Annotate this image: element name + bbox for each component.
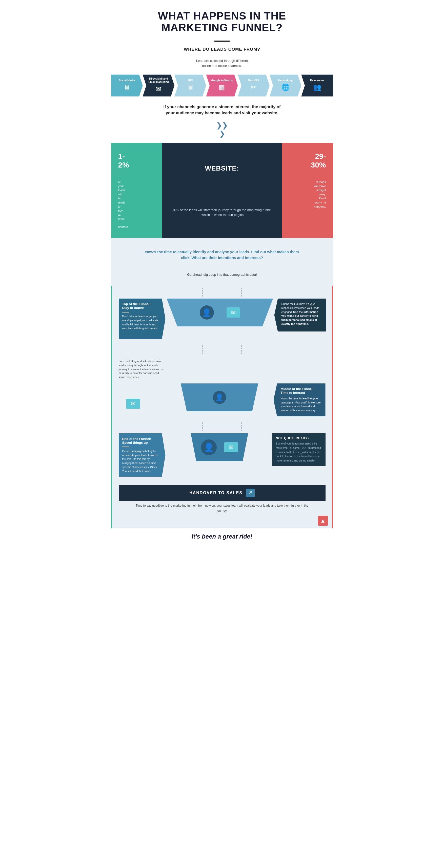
channel-direct-mail: Direct Mail and Email Marketing ✉ [143, 74, 174, 96]
funnel-section: Top of the Funnel: Stay in touch! Don't … [111, 286, 333, 528]
website-desc: 70% of the leads will start their journe… [167, 192, 277, 234]
dot-line-6 [241, 423, 241, 431]
email-icon-3: ✉ [224, 442, 238, 453]
hubspot-badge-wrapper: ▲ [111, 516, 333, 528]
bottom-funnel-left-box: End of the Funnel: Speed things up Creat… [119, 433, 166, 477]
top-funnel-right-box: During their journey, it's your responsi… [274, 299, 326, 332]
channel-references: References 👥 [301, 74, 333, 96]
funnel-right-col-1: During their journey, it's your responsi… [273, 299, 326, 341]
handover-sub: Time to say goodbye to the marketing fun… [111, 501, 333, 516]
website-center: WEBSITE: 70% of the leads will start the… [162, 143, 282, 238]
adwords-icon: ▦ [219, 83, 225, 91]
main-title: WHAT HAPPENS IN THE MARKETING FUNNEL? [111, 0, 333, 36]
website-right: 29-30% of leads will leave straight away… [282, 143, 333, 238]
left-percent-desc: of your leads will be ready to buy at on… [115, 175, 125, 234]
handover-row: HANDOVER TO SALES ↺ [119, 485, 326, 501]
handover-icon: ↺ [246, 489, 255, 497]
handover-label: HANDOVER TO SALES [189, 491, 242, 495]
channel-adwords: Google AdWords ▦ [206, 74, 238, 96]
funnel-trap-3: 👤 ✉ [185, 433, 253, 461]
scoring-row: Both marketing and sales teams use lead … [111, 357, 333, 381]
funnel-mid-col-2: 👤 [167, 383, 272, 418]
top-funnel-left-box: Top of the Funnel: Stay in touch! Don't … [119, 299, 166, 339]
middle-funnel-right-box: Middle of the Funnel: Time to interact N… [274, 383, 326, 416]
desktop-icon: 🖥 [124, 83, 130, 91]
not-ready-box: NOT QUITE READY? Some of your leads may … [272, 433, 326, 466]
dot-line-3 [203, 345, 203, 354]
funnel-left-col-3: End of the Funnel: Speed things up Creat… [119, 433, 167, 479]
hubspot-icon: ▲ [318, 516, 328, 526]
dot-line-4 [241, 345, 241, 354]
seo-icon: 🖥 [187, 83, 194, 91]
funnel-level-3: End of the Funnel: Speed things up Creat… [111, 433, 333, 479]
arrow-down: ❯❯❯ [111, 121, 333, 138]
identify-box: Now's the time to actually identify and … [111, 238, 333, 286]
where-title: WHERE DO LEADS COME FROM? [111, 47, 333, 52]
person-icon-3: 👤 [201, 439, 217, 455]
identify-title: Now's the time to actually identify and … [126, 244, 318, 265]
channel-news-pr: News/PR ✂ [238, 74, 270, 96]
dot-line-5 [203, 423, 203, 431]
references-icon: 👥 [313, 83, 321, 91]
left-percent: 1-2% [115, 148, 125, 174]
interest-section: If your channels generate a sincere inte… [111, 97, 333, 119]
funnel-trap-2: 👤 [176, 383, 263, 411]
funnel-left-col-1: Top of the Funnel: Stay in touch! Don't … [119, 299, 167, 341]
email-icon-2: ✉ [126, 399, 140, 409]
channels-row: Social Media 🖥 Direct Mail and Email Mar… [111, 74, 333, 96]
person-icon-1: 👤 [200, 305, 214, 319]
funnel-mid-col-3: 👤 ✉ [167, 433, 272, 479]
right-percent: 29-30% [319, 148, 330, 174]
email-icon-1: ✉ [227, 307, 240, 317]
identify-sub: Go ahead: dig deep into that demographic… [126, 267, 318, 281]
funnel-right-col-2: Middle of the Funnel: Time to interact N… [272, 383, 326, 418]
channel-networking: Networking 🌐 [270, 74, 301, 96]
dotted-lines-bot [111, 421, 333, 433]
website-left: 1-2% of your leads will be ready to buy … [111, 143, 162, 238]
person-icon-2: 👤 [213, 391, 226, 404]
funnel-trap-1: 👤 ✉ [167, 299, 273, 327]
funnel-left-col-2: ✉ [119, 383, 167, 418]
channel-social-media: Social Media 🖥 [111, 74, 143, 96]
dot-line-1 [203, 288, 203, 297]
title-divider [214, 40, 230, 42]
funnel-level-1: Top of the Funnel: Stay in touch! Don't … [111, 299, 333, 341]
dotted-lines-mid [111, 343, 333, 356]
website-title: WEBSITE: [167, 148, 277, 190]
funnel-level-2: ✉ 👤 Middle of the Funnel: Time to intera… [111, 383, 333, 418]
where-sub: Lead are collected through different onl… [111, 58, 333, 68]
funnel-right-col-3: NOT QUITE READY? Some of your leads may … [272, 433, 326, 479]
channel-seo: SEO 🖥 [174, 74, 206, 96]
dot-line-2 [241, 288, 241, 297]
mail-icon: ✉ [156, 85, 161, 93]
subtitle-section: WHERE DO LEADS COME FROM? Lead are colle… [111, 47, 333, 68]
right-percent-desc: of leads will leave straight away. Don't… [319, 175, 330, 213]
scoring-text: Both marketing and sales teams use lead … [119, 357, 164, 381]
website-section: 1-2% of your leads will be ready to buy … [111, 143, 333, 238]
funnel-mid-col-1: 👤 ✉ [167, 299, 273, 341]
final-text: It's been a great ride! [111, 528, 333, 547]
dotted-lines-top [111, 286, 333, 299]
networking-icon: 🌐 [281, 83, 289, 91]
news-icon: ✂ [251, 83, 257, 91]
